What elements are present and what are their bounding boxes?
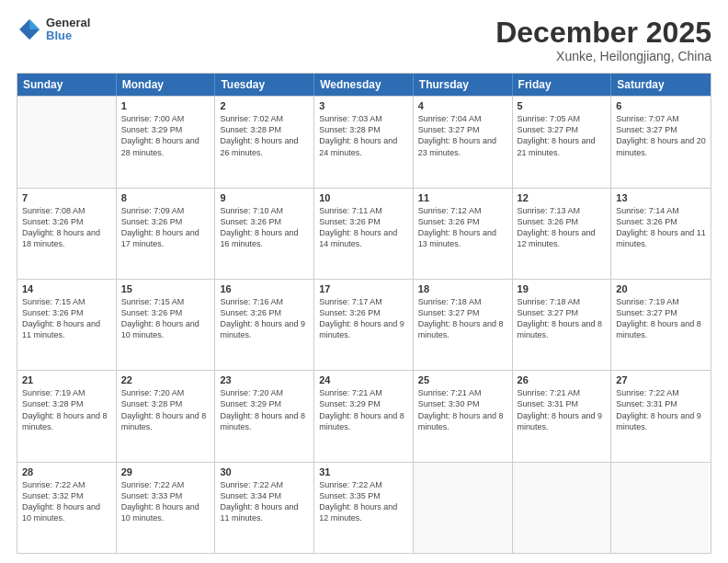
day-number: 31 (319, 466, 408, 477)
day-cell-16: 16Sunrise: 7:16 AMSunset: 3:26 PMDayligh… (215, 280, 314, 370)
day-info: Sunrise: 7:17 AMSunset: 3:26 PMDaylight:… (319, 296, 408, 341)
day-info: Sunrise: 7:02 AMSunset: 3:28 PMDaylight:… (220, 113, 309, 158)
day-cell-27: 27Sunrise: 7:22 AMSunset: 3:31 PMDayligh… (611, 371, 711, 461)
day-info: Sunrise: 7:05 AMSunset: 3:27 PMDaylight:… (518, 113, 607, 158)
day-cell-1: 1Sunrise: 7:00 AMSunset: 3:29 PMDaylight… (117, 97, 216, 187)
day-cell-22: 22Sunrise: 7:20 AMSunset: 3:28 PMDayligh… (117, 371, 216, 461)
day-number: 8 (121, 192, 210, 203)
day-number: 3 (319, 100, 408, 111)
logo-general: General (46, 17, 90, 29)
day-cell-23: 23Sunrise: 7:20 AMSunset: 3:29 PMDayligh… (215, 371, 314, 461)
logo: General Blue (17, 17, 90, 43)
day-info: Sunrise: 7:19 AMSunset: 3:28 PMDaylight:… (22, 387, 111, 432)
page: General Blue December 2025 Xunke, Heilon… (0, 0, 728, 563)
day-number: 18 (418, 283, 507, 294)
day-cell-8: 8Sunrise: 7:09 AMSunset: 3:26 PMDaylight… (117, 189, 216, 279)
calendar-row-0: 1Sunrise: 7:00 AMSunset: 3:29 PMDaylight… (17, 96, 711, 187)
day-cell-20: 20Sunrise: 7:19 AMSunset: 3:27 PMDayligh… (611, 280, 711, 370)
day-info: Sunrise: 7:21 AMSunset: 3:29 PMDaylight:… (319, 387, 408, 432)
day-info: Sunrise: 7:22 AMSunset: 3:34 PMDaylight:… (220, 479, 309, 524)
day-number: 24 (319, 374, 408, 385)
day-cell-12: 12Sunrise: 7:13 AMSunset: 3:26 PMDayligh… (513, 189, 612, 279)
day-cell-2: 2Sunrise: 7:02 AMSunset: 3:28 PMDaylight… (215, 97, 314, 187)
header-day-sunday: Sunday (17, 74, 117, 96)
day-info: Sunrise: 7:22 AMSunset: 3:31 PMDaylight:… (616, 387, 706, 432)
day-info: Sunrise: 7:10 AMSunset: 3:26 PMDaylight:… (220, 205, 309, 250)
day-number: 19 (518, 283, 607, 294)
day-number: 25 (418, 374, 507, 385)
day-cell-7: 7Sunrise: 7:08 AMSunset: 3:26 PMDaylight… (17, 189, 117, 279)
day-cell-4: 4Sunrise: 7:04 AMSunset: 3:27 PMDaylight… (414, 97, 513, 187)
location-subtitle: Xunke, Heilongjiang, China (495, 49, 711, 63)
day-number: 23 (220, 374, 309, 385)
svg-marker-2 (29, 29, 40, 40)
day-info: Sunrise: 7:20 AMSunset: 3:29 PMDaylight:… (220, 387, 309, 432)
day-cell-29: 29Sunrise: 7:22 AMSunset: 3:33 PMDayligh… (117, 463, 216, 553)
day-number: 20 (616, 283, 706, 294)
day-info: Sunrise: 7:03 AMSunset: 3:28 PMDaylight:… (319, 113, 408, 158)
day-info: Sunrise: 7:04 AMSunset: 3:27 PMDaylight:… (418, 113, 507, 158)
day-number: 2 (220, 100, 309, 111)
day-number: 15 (121, 283, 210, 294)
day-number: 6 (616, 100, 706, 111)
day-number: 27 (616, 374, 706, 385)
day-cell-3: 3Sunrise: 7:03 AMSunset: 3:28 PMDaylight… (314, 97, 414, 187)
day-info: Sunrise: 7:22 AMSunset: 3:35 PMDaylight:… (319, 479, 408, 524)
day-number: 22 (121, 374, 210, 385)
day-info: Sunrise: 7:09 AMSunset: 3:26 PMDaylight:… (121, 205, 210, 250)
day-number: 21 (22, 374, 111, 385)
day-info: Sunrise: 7:18 AMSunset: 3:27 PMDaylight:… (518, 296, 607, 341)
day-cell-13: 13Sunrise: 7:14 AMSunset: 3:26 PMDayligh… (611, 189, 711, 279)
day-number: 17 (319, 283, 408, 294)
day-cell-30: 30Sunrise: 7:22 AMSunset: 3:34 PMDayligh… (215, 463, 314, 553)
day-number: 12 (518, 192, 607, 203)
day-info: Sunrise: 7:08 AMSunset: 3:26 PMDaylight:… (22, 205, 111, 250)
day-cell-5: 5Sunrise: 7:05 AMSunset: 3:27 PMDaylight… (513, 97, 612, 187)
day-number: 1 (121, 100, 210, 111)
logo-icon (17, 17, 42, 42)
header-day-saturday: Saturday (611, 74, 711, 96)
empty-cell (513, 463, 612, 553)
day-cell-11: 11Sunrise: 7:12 AMSunset: 3:26 PMDayligh… (414, 189, 513, 279)
day-number: 13 (616, 192, 706, 203)
day-cell-25: 25Sunrise: 7:21 AMSunset: 3:30 PMDayligh… (414, 371, 513, 461)
month-title: December 2025 (495, 17, 711, 49)
svg-marker-1 (29, 19, 40, 29)
day-cell-14: 14Sunrise: 7:15 AMSunset: 3:26 PMDayligh… (17, 280, 117, 370)
day-info: Sunrise: 7:07 AMSunset: 3:27 PMDaylight:… (616, 113, 706, 158)
day-cell-17: 17Sunrise: 7:17 AMSunset: 3:26 PMDayligh… (314, 280, 414, 370)
day-number: 11 (418, 192, 507, 203)
day-info: Sunrise: 7:19 AMSunset: 3:27 PMDaylight:… (616, 296, 706, 341)
header-day-wednesday: Wednesday (314, 74, 414, 96)
empty-cell (17, 97, 117, 187)
day-cell-15: 15Sunrise: 7:15 AMSunset: 3:26 PMDayligh… (117, 280, 216, 370)
day-number: 7 (22, 192, 111, 203)
logo-text: General Blue (46, 17, 90, 43)
day-cell-6: 6Sunrise: 7:07 AMSunset: 3:27 PMDaylight… (611, 97, 711, 187)
day-info: Sunrise: 7:15 AMSunset: 3:26 PMDaylight:… (22, 296, 111, 341)
day-info: Sunrise: 7:22 AMSunset: 3:32 PMDaylight:… (22, 479, 111, 524)
day-info: Sunrise: 7:21 AMSunset: 3:30 PMDaylight:… (418, 387, 507, 432)
header-day-monday: Monday (117, 74, 216, 96)
day-cell-21: 21Sunrise: 7:19 AMSunset: 3:28 PMDayligh… (17, 371, 117, 461)
empty-cell (611, 463, 711, 553)
logo-blue: Blue (46, 29, 90, 42)
day-info: Sunrise: 7:16 AMSunset: 3:26 PMDaylight:… (220, 296, 309, 341)
day-cell-26: 26Sunrise: 7:21 AMSunset: 3:31 PMDayligh… (513, 371, 612, 461)
day-cell-9: 9Sunrise: 7:10 AMSunset: 3:26 PMDaylight… (215, 189, 314, 279)
day-number: 29 (121, 466, 210, 477)
day-info: Sunrise: 7:13 AMSunset: 3:26 PMDaylight:… (518, 205, 607, 250)
day-number: 5 (518, 100, 607, 111)
day-info: Sunrise: 7:11 AMSunset: 3:26 PMDaylight:… (319, 205, 408, 250)
calendar-row-2: 14Sunrise: 7:15 AMSunset: 3:26 PMDayligh… (17, 279, 711, 370)
day-cell-18: 18Sunrise: 7:18 AMSunset: 3:27 PMDayligh… (414, 280, 513, 370)
day-number: 14 (22, 283, 111, 294)
empty-cell (414, 463, 513, 553)
day-info: Sunrise: 7:14 AMSunset: 3:26 PMDaylight:… (616, 205, 706, 250)
day-number: 16 (220, 283, 309, 294)
header-day-tuesday: Tuesday (215, 74, 314, 96)
calendar-row-3: 21Sunrise: 7:19 AMSunset: 3:28 PMDayligh… (17, 370, 711, 461)
day-info: Sunrise: 7:18 AMSunset: 3:27 PMDaylight:… (418, 296, 507, 341)
day-number: 30 (220, 466, 309, 477)
day-info: Sunrise: 7:20 AMSunset: 3:28 PMDaylight:… (121, 387, 210, 432)
